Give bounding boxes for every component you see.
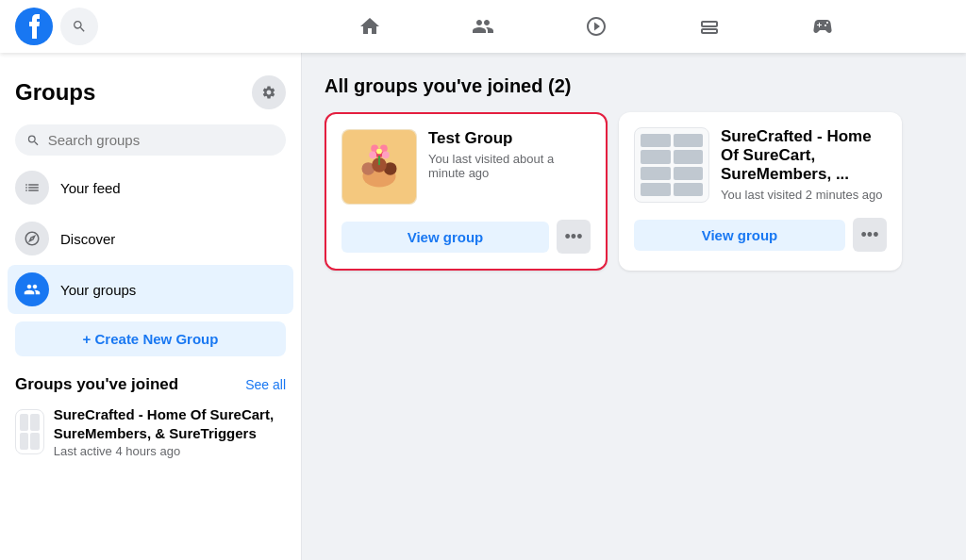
nav-gaming-button[interactable] [770,6,875,47]
gear-button[interactable] [252,75,286,109]
surecrafted-more-button[interactable]: ••• [853,218,887,252]
search-button[interactable] [60,8,98,45]
surecrafted-thumbnail [15,409,44,454]
svg-rect-12 [378,156,380,165]
list-item-surecrafted[interactable]: SureCrafted - Home Of SureCart, SureMemb… [8,398,293,466]
nav-center [317,6,875,47]
groups-grid: Test Group You last visited about a minu… [325,112,943,271]
search-bar-icon [26,133,41,148]
test-group-more-button[interactable]: ••• [557,220,591,254]
group-card-test-group: Test Group You last visited about a minu… [325,112,608,271]
friends-icon [472,15,494,38]
view-test-group-button[interactable]: View group [341,222,549,253]
search-groups-input[interactable] [48,132,275,148]
main-content: All groups you've joined (2) [302,53,966,560]
group-card-surecrafted: SureCrafted - Home Of SureCart, SureMemb… [619,112,902,271]
create-new-group-button[interactable]: + Create New Group [15,321,286,356]
watch-icon [585,15,608,38]
sidebar-item-your-groups[interactable]: Your groups [8,265,293,314]
nav-left [15,8,317,45]
facebook-logo[interactable] [15,8,53,45]
test-group-details: Test Group You last visited about a minu… [428,129,591,180]
group-card-top-test: Test Group You last visited about a minu… [341,129,591,205]
group-card-top-surecrafted: SureCrafted - Home Of SureCart, SureMemb… [634,127,887,203]
your-groups-icon [15,272,49,306]
gear-icon [261,85,276,100]
top-nav [0,0,966,53]
sidebar-item-your-feed[interactable]: Your feed [8,163,293,212]
gaming-icon [811,15,834,38]
view-surecrafted-button[interactable]: View group [634,220,845,251]
nav-friends-button[interactable] [430,6,536,47]
sidebar-item-discover[interactable]: Discover [8,214,293,263]
svg-point-10 [382,151,390,158]
your-feed-icon [15,171,49,205]
search-bar[interactable] [15,124,286,156]
test-group-actions: View group ••• [341,220,591,254]
surecrafted-card-image [634,127,709,203]
surecrafted-actions: View group ••• [634,218,887,252]
svg-point-11 [376,149,382,155]
home-icon [358,15,381,38]
nav-watch-button[interactable] [543,6,649,47]
discover-icon [15,222,49,255]
main-layout: Groups Your feed [0,53,966,560]
test-group-image [341,129,417,205]
sidebar: Groups Your feed [0,53,302,560]
sidebar-title: Groups [8,68,293,121]
nav-marketplace-button[interactable] [657,6,762,47]
joined-section-header: Groups you've joined See all [8,364,293,398]
surecrafted-card-details: SureCrafted - Home Of SureCart, SureMemb… [721,127,887,202]
nav-home-button[interactable] [317,6,423,47]
marketplace-icon [698,15,721,38]
all-groups-heading: All groups you've joined (2) [325,75,943,97]
search-icon [72,19,87,34]
svg-point-9 [369,151,376,158]
see-all-link[interactable]: See all [245,377,286,392]
surecrafted-info: SureCrafted - Home Of SureCart, SureMemb… [54,405,286,458]
